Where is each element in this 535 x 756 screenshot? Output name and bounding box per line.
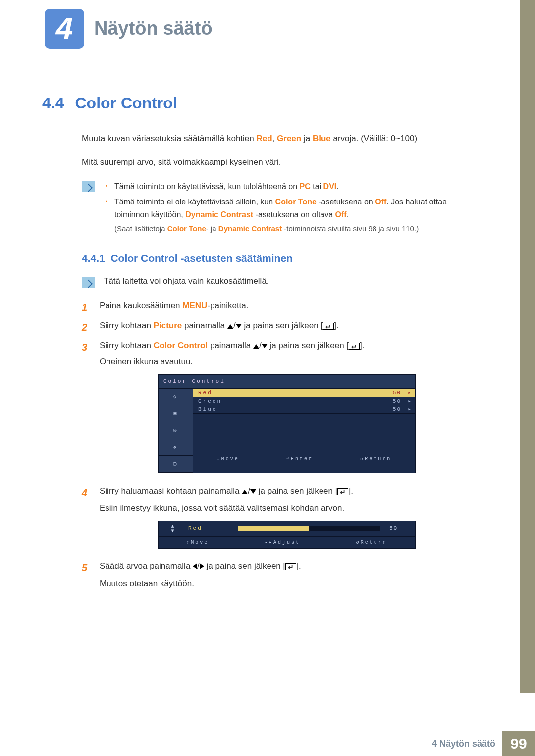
osd-main: Red 50 ▸ Green 50 ▸ Blue 50 bbox=[193, 389, 415, 473]
osd-footer: ↕Move ⏎Enter ↺Return bbox=[193, 453, 415, 465]
enter-icon bbox=[349, 343, 360, 350]
osd-sidebar-icon: ◎ bbox=[159, 422, 193, 439]
chevron-right-icon: ▸ bbox=[405, 388, 415, 398]
osd-title: Color Control bbox=[159, 375, 415, 389]
step-5: 5 Säädä arvoa painamalla / ja paina sen … bbox=[82, 559, 473, 591]
down-arrow-icon bbox=[236, 324, 242, 328]
osd-updown-icon: ▲▼ bbox=[159, 524, 188, 533]
note-icon bbox=[82, 277, 95, 288]
osd-color-control-menu: Color Control ◇ ▣ ◎ ❖ ▢ Red 50 bbox=[158, 374, 416, 473]
page-footer: 4 Näytön säätö 99 bbox=[0, 731, 535, 756]
step-1: 1 Paina kaukosäätimen MENU-painiketta. bbox=[82, 299, 473, 316]
left-arrow-icon bbox=[193, 563, 197, 569]
step-number: 2 bbox=[82, 319, 92, 336]
osd-sidebar-icon: ❖ bbox=[159, 439, 193, 456]
osd-sidebar-icon: ▢ bbox=[159, 456, 193, 473]
step-number: 1 bbox=[82, 299, 92, 316]
step-number: 5 bbox=[82, 559, 92, 591]
osd-sidebar: ◇ ▣ ◎ ❖ ▢ bbox=[159, 389, 193, 473]
enter-icon bbox=[285, 563, 296, 570]
footer-chapter-label: 4 Näytön säätö bbox=[432, 739, 502, 749]
note-icon bbox=[82, 181, 95, 192]
osd-slider-menu: ▲▼ Red 50 ↕Move ◂▸Adjust ↺Return bbox=[158, 521, 416, 549]
osd-row-blue: Blue 50 ▸ bbox=[193, 405, 415, 414]
enter-icon bbox=[337, 488, 348, 495]
osd-slider-value: 50 bbox=[380, 524, 415, 533]
chapter-title: Näytön säätö bbox=[94, 18, 213, 39]
osd-sidebar-icon: ◇ bbox=[159, 389, 193, 405]
page-sidebar-stripe bbox=[520, 0, 535, 693]
chapter-number-badge: 4 bbox=[45, 9, 84, 49]
subsection-heading: 4.4.1 Color Control -asetusten säätämine… bbox=[82, 252, 473, 264]
step-4: 4 Siirry haluamaasi kohtaan painamalla /… bbox=[82, 484, 473, 556]
osd-slider-fill bbox=[238, 526, 309, 531]
section-title: Color Control bbox=[75, 94, 177, 112]
intro-paragraph-1: Muuta kuvan väriasetuksia säätämällä koh… bbox=[82, 132, 473, 145]
section-number: 4.4 bbox=[42, 94, 64, 112]
osd-sidebar-icon: ▣ bbox=[159, 405, 193, 422]
note1-bullet-1: Tämä toiminto on käytettävissä, kun tulo… bbox=[104, 180, 473, 193]
osd-row-red: Red 50 ▸ bbox=[193, 389, 415, 397]
note1-bullet-2: Tämä toiminto ei ole käytettävissä sillo… bbox=[104, 196, 473, 235]
chevron-right-icon: ▸ bbox=[405, 405, 415, 414]
osd-slider-bar bbox=[238, 526, 380, 531]
up-arrow-icon bbox=[242, 490, 248, 494]
section-heading: 4.4 Color Control bbox=[42, 94, 473, 112]
osd-row-green: Green 50 ▸ bbox=[193, 397, 415, 405]
note-block-2: Tätä laitetta voi ohjata vain kaukosääti… bbox=[82, 276, 473, 288]
osd-slider-label: Red bbox=[188, 524, 238, 533]
enter-icon bbox=[323, 323, 334, 330]
intro-paragraph-2: Mitä suurempi arvo, sitä voimakkaampi ky… bbox=[82, 156, 473, 169]
up-arrow-icon bbox=[227, 324, 233, 329]
step-number: 4 bbox=[82, 484, 92, 556]
chevron-right-icon: ▸ bbox=[405, 397, 415, 406]
down-arrow-icon bbox=[250, 489, 256, 494]
right-arrow-icon bbox=[200, 563, 204, 569]
step-number: 3 bbox=[82, 339, 92, 481]
osd-footer: ↕Move ◂▸Adjust ↺Return bbox=[159, 536, 415, 548]
step-3: 3 Siirry kohtaan Color Control painamall… bbox=[82, 339, 473, 481]
page-number: 99 bbox=[502, 731, 535, 756]
step-2: 2 Siirry kohtaan Picture painamalla / ja… bbox=[82, 319, 473, 336]
note-block-1: Tämä toiminto on käytettävissä, kun tulo… bbox=[82, 180, 473, 238]
down-arrow-icon bbox=[262, 344, 268, 348]
note1-subtext: (Saat lisätietoja Color Tone- ja Dynamic… bbox=[114, 223, 473, 235]
up-arrow-icon bbox=[253, 344, 259, 349]
